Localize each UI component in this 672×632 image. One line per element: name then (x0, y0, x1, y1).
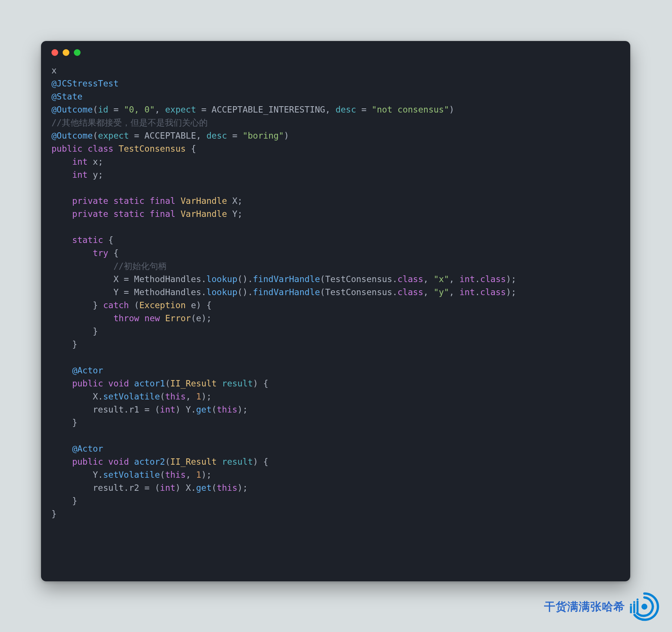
code-token: "x" (434, 274, 449, 284)
code-token: } (51, 326, 98, 336)
code-token: @JCStressTest (51, 79, 119, 88)
code-token: private (72, 209, 108, 219)
code-token: } (51, 496, 77, 506)
code-token: } (51, 300, 103, 310)
code-token: id (98, 105, 109, 114)
code-token (51, 457, 72, 467)
svg-point-4 (630, 604, 632, 606)
code-token: , (186, 392, 196, 401)
code-token: e) { (186, 300, 211, 310)
code-token: ); (506, 274, 516, 284)
code-token: public (51, 144, 82, 154)
svg-rect-1 (630, 606, 632, 613)
code-token: final (150, 196, 175, 206)
code-token: ( (160, 470, 165, 480)
code-token: = (108, 105, 124, 114)
code-token: Y = MethodHandles. (51, 287, 206, 297)
code-token (51, 209, 72, 219)
code-token (175, 209, 180, 219)
code-token: final (150, 209, 175, 219)
code-token: desc (336, 105, 356, 114)
code-token: X = MethodHandles. (51, 274, 206, 284)
code-token (51, 379, 72, 388)
code-token: get (196, 483, 212, 493)
code-token: 1 (196, 470, 201, 480)
svg-point-0 (641, 604, 647, 610)
code-token: = ACCEPTABLE, (129, 131, 207, 140)
code-token: actor2 (134, 457, 165, 467)
code-token: int (459, 287, 475, 297)
code-token: //初始化句柄 (113, 261, 167, 271)
code-token: Y. (51, 470, 103, 480)
code-token: static (113, 196, 144, 206)
zoom-icon[interactable] (74, 49, 81, 56)
code-token: ( (93, 105, 98, 114)
code-token: "boring" (242, 131, 284, 140)
code-token: (TestConsensus. (320, 274, 398, 284)
code-token (82, 144, 88, 154)
minimize-icon[interactable] (63, 49, 69, 56)
code-token: setVolatile (103, 392, 160, 401)
code-token: ( (93, 131, 98, 140)
code-token: class (398, 274, 423, 284)
code-token: static (113, 209, 144, 219)
code-token: @State (51, 92, 82, 101)
code-token: ( (165, 379, 170, 388)
code-token (139, 313, 144, 323)
code-token: ( (211, 483, 217, 493)
code-token: II_Result (170, 379, 217, 388)
svg-point-5 (633, 601, 635, 603)
code-token: result.r2 = ( (51, 483, 160, 493)
code-token: ); (238, 483, 248, 493)
code-token: this (165, 392, 186, 401)
code-token: lookup (206, 274, 237, 284)
code-token: ); (201, 470, 212, 480)
code-token: TestConsensus (119, 144, 186, 154)
code-token: class (398, 287, 423, 297)
code-token: this (217, 483, 237, 493)
code-token (51, 170, 72, 180)
code-token (103, 379, 108, 388)
svg-rect-2 (633, 603, 635, 613)
code-token: result (222, 457, 253, 467)
code-token: { (108, 248, 119, 258)
code-token: (). (238, 274, 253, 284)
code-token: this (165, 470, 186, 480)
code-token: result.r1 = ( (51, 405, 160, 414)
code-token: x (51, 66, 57, 75)
code-token: X. (51, 392, 103, 401)
code-token: (TestConsensus. (320, 287, 398, 297)
code-token (108, 196, 113, 206)
code-token: = (227, 131, 243, 140)
watermark: 干货满满张哈希 (544, 590, 661, 623)
code-token: expect (165, 105, 196, 114)
code-token (51, 157, 72, 167)
code-token: findVarHandle (253, 287, 320, 297)
code-token: this (217, 405, 237, 414)
code-token: @Outcome (51, 131, 93, 140)
code-token: . (475, 274, 480, 284)
code-token: ) (449, 105, 454, 114)
code-token: "y" (434, 287, 449, 297)
code-token: public (72, 457, 103, 467)
code-token: Exception (139, 300, 186, 310)
code-token: (). (238, 287, 253, 297)
code-token: class (480, 274, 506, 284)
code-token: ( (211, 405, 217, 414)
code-token: public (72, 379, 103, 388)
code-window: x @JCStressTest @State @Outcome(id = "0,… (41, 41, 630, 581)
code-token (113, 144, 119, 154)
code-token (51, 444, 72, 454)
code-token: catch (103, 300, 129, 310)
close-icon[interactable] (51, 49, 58, 56)
code-token: void (108, 379, 129, 388)
svg-point-6 (637, 598, 638, 600)
code-token: ( (160, 392, 165, 401)
code-token: ) (284, 131, 289, 140)
code-token: } (51, 339, 77, 349)
code-token (217, 457, 222, 467)
code-token: int (72, 170, 88, 180)
code-token: } (51, 509, 57, 519)
code-block: x @JCStressTest @State @Outcome(id = "0,… (41, 64, 630, 581)
code-token: , (423, 287, 434, 297)
